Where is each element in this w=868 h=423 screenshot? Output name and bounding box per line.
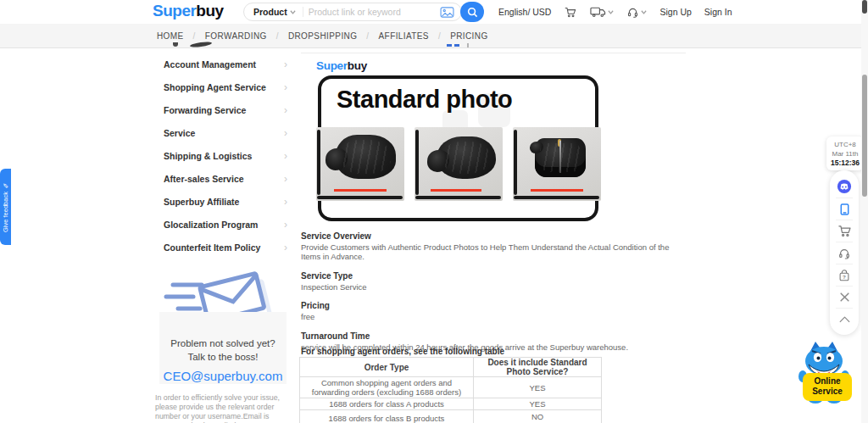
close-icon[interactable] [836,286,853,308]
chevron-right-icon: › [284,174,287,184]
search-icon [467,7,478,18]
cart-icon[interactable] [564,6,577,19]
nav-item[interactable]: FORWARDING [205,31,288,41]
warehouse-clock: UTC+8 Mar 11th 15:12:36 [826,136,864,170]
logo-part-super: Super [153,2,196,19]
right-toolbar-list: ? [830,175,859,330]
scrollbar-track[interactable] [861,0,868,423]
help-sidebar: Account Management › Shopping Agent Serv… [153,53,293,259]
nav-item[interactable]: PRICING [450,31,487,41]
sidebar-item[interactable]: Superbuy Affiliate › [153,190,293,213]
sidebar-item[interactable]: Service › [153,121,293,144]
logo-part-buy: buy [196,2,223,19]
sidebar-item[interactable]: Account Management › [153,53,293,75]
sign-in-link[interactable]: Sign In [704,7,732,17]
online-service-badge[interactable]: Online Service [803,373,852,401]
sidebar-item-label: Shipping & Logistics [164,151,252,161]
search-bar: Product [243,3,462,21]
logo-part-super: Super [316,59,348,72]
search-button[interactable] [460,2,484,22]
table-row: Common shopping agent orders and forward… [300,377,602,398]
shipping-menu[interactable] [590,6,614,18]
nav-item-label: DROPSHIPPING [288,31,357,41]
search-category-label: Product [253,7,287,17]
nav-item[interactable]: HOME [157,31,205,41]
measure-line [334,189,387,192]
photo-frame-bar [415,196,501,199]
sidebar-item[interactable]: After-sales Service › [153,167,293,190]
collapse-icon[interactable] [836,308,853,330]
sidebar-item[interactable]: Forwarding Service › [153,98,293,121]
mobile-app-icon[interactable] [836,198,853,220]
sidebar-item[interactable]: Shopping Agent Service › [153,75,293,98]
primary-nav: HOME FORWARDING DROPSHIPPING AFFILIATES … [0,24,868,48]
sidebar-item-label: After-sales Service [164,174,244,184]
service-section: Service Overview Provide Customers with … [301,231,687,261]
col-header-order-type: Order Type [300,358,474,377]
svg-text:?: ? [843,273,846,279]
cell-included: YES [474,398,602,410]
pencil-icon: ✎ [2,181,9,189]
chevron-right-icon: › [284,82,287,92]
chevron-right-icon: › [284,220,287,230]
section-body: Provide Customers with Authentic Product… [301,242,687,261]
give-feedback-tab[interactable]: Give feedback ✎ [0,169,11,245]
col-header-included: Does it include Standard Photo Service? [474,358,602,377]
sidebar-note: In order to efficiently solve your issue… [155,393,290,423]
measure-line [531,189,583,192]
sidebar-item[interactable]: Shipping & Logistics › [153,144,293,167]
sidebar-item-label: Account Management [164,59,256,70]
sidebar-item-label: Superbuy Affiliate [164,197,239,207]
sidebar-item-label: Forwarding Service [164,105,246,115]
chevron-right-icon: › [284,128,287,138]
service-sections: Service Overview Provide Customers with … [301,231,687,361]
section-heading: Service Type [301,271,687,281]
sidebar-item[interactable]: Glocalization Program › [153,213,293,236]
online-service-mascot[interactable]: Online Service [797,341,854,405]
photo-frame-bar [317,196,403,199]
ceo-email-link[interactable]: CEO@superbuy.com [159,369,287,383]
right-toolbar: ? [830,170,859,335]
search-category-dropdown[interactable]: Product [244,7,303,17]
photo-frame-bar [514,130,517,195]
support-menu[interactable] [626,6,647,19]
nav-item-label: HOME [157,31,184,41]
nav-item[interactable]: DROPSHIPPING [288,31,379,41]
photo-frame-bar [317,130,320,195]
discord-icon[interactable] [836,175,853,198]
chevron-right-icon: › [284,59,287,70]
chevron-right-icon: › [284,151,287,161]
measure-line [431,189,481,192]
cell-order-type: Common shopping agent orders and forward… [300,377,474,398]
talk-to-boss-box: Problem not solved yet? Talk to the boss… [159,312,287,384]
cart-icon[interactable] [836,220,853,242]
clock-time: 15:12:36 [826,159,864,168]
superbuy-logo[interactable]: Superbuy [153,2,224,20]
scrollbar-thumb[interactable] [862,75,867,197]
product-photo [513,127,601,201]
image-search-icon[interactable] [440,7,454,18]
nav-item[interactable]: AFFILIATES [379,31,451,41]
section-heading: Service Overview [301,231,687,241]
locale-currency-selector[interactable]: English/ USD [498,7,551,17]
section-body: free [301,312,687,321]
help-box-line2: Talk to the boss! [159,350,287,364]
page: Superbuy Product English/ USD [0,0,868,423]
sign-up-link[interactable]: Sign Up [659,7,691,17]
section-heading: Pricing [301,301,687,310]
breadcrumb-remnant [454,44,459,47]
chevron-right-icon: › [284,197,287,207]
sidebar-item-label: Glocalization Program [164,220,258,230]
zipper-line [559,141,561,173]
service-table: Order Type Does it include Standard Phot… [299,357,602,423]
chevron-right-icon: › [284,242,287,253]
headset-icon[interactable] [836,242,853,264]
service-table-body: Common shopping agent orders and forward… [300,377,602,423]
table-row: 1688 orders for class A products YES [300,398,602,410]
sidebar-item-label: Service [164,128,195,138]
truck-icon [590,6,606,18]
bag-help-icon[interactable]: ? [836,264,853,286]
search-input[interactable] [303,7,440,17]
sidebar-item[interactable]: Counterfeit Item Policy › [153,236,293,259]
headset-icon [626,6,639,19]
